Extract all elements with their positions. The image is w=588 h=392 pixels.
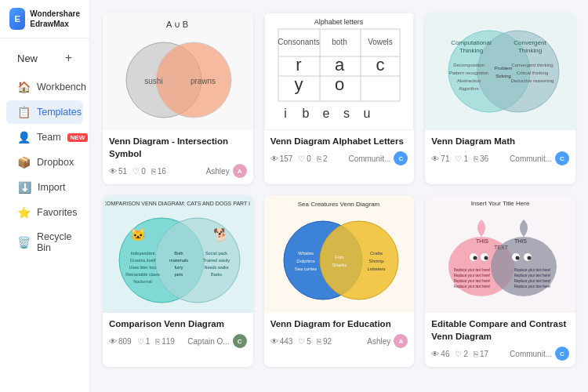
svg-text:THIS: THIS bbox=[514, 238, 527, 244]
sidebar: E Wondershare EdrawMax New + 🏠 Workbench… bbox=[0, 0, 90, 392]
template-card[interactable]: A ∪ B sushi prawns Venn Diagram - Inters… bbox=[103, 13, 253, 184]
svg-text:prawns: prawns bbox=[191, 77, 216, 85]
svg-text:Dolphins: Dolphins bbox=[296, 259, 314, 263]
card-info: Editable Compare and Contrast Venn Diagr… bbox=[425, 313, 575, 367]
team-icon: 👤 bbox=[17, 131, 31, 143]
svg-text:Whales: Whales bbox=[298, 251, 314, 256]
svg-text:🐕: 🐕 bbox=[213, 227, 229, 242]
svg-text:Replace your text here!: Replace your text here! bbox=[453, 285, 490, 289]
copies-stat: ⎘ 2 bbox=[317, 154, 328, 163]
likes-stat: ♡ 0 bbox=[132, 167, 146, 176]
card-info: Venn Diagram for Education 👁 443 ♡ 5 ⎘ 9… bbox=[264, 313, 415, 354]
svg-point-76 bbox=[515, 256, 519, 260]
svg-text:Convergent thinking: Convergent thinking bbox=[511, 63, 553, 67]
card-stats: 👁 443 ♡ 5 ⎘ 92 bbox=[270, 337, 332, 346]
card-meta: 👁 809 ♡ 1 ⎘ 119 Captain O... C bbox=[109, 334, 247, 348]
card-info: Venn Diagram - Intersection Symbol 👁 51 … bbox=[103, 130, 253, 184]
card-thumbnail: COMPARISON VENN DIAGRAM: CATS AND DOGS P… bbox=[103, 195, 253, 313]
views-stat: 👁 46 bbox=[431, 350, 449, 358]
svg-text:Retractable claws: Retractable claws bbox=[126, 272, 161, 277]
logo-icon: E bbox=[9, 8, 25, 30]
svg-text:Vowels: Vowels bbox=[368, 38, 393, 46]
svg-text:Thinking: Thinking bbox=[459, 47, 483, 54]
svg-text:COMPARISON VENN DIAGRAM: CATS : COMPARISON VENN DIAGRAM: CATS AND DOGS P… bbox=[105, 201, 250, 206]
template-card[interactable]: Sea Creatures Venn Diagram Whales Dolphi… bbox=[264, 195, 415, 367]
svg-text:Sea Creatures Venn Diagram: Sea Creatures Venn Diagram bbox=[298, 201, 380, 208]
import-icon: ⬇️ bbox=[17, 181, 31, 194]
card-title: Venn Diagram Math bbox=[431, 135, 569, 147]
svg-text:Abstraction: Abstraction bbox=[457, 78, 481, 83]
likes-stat: ♡ 5 bbox=[298, 337, 311, 346]
svg-text:Grooms itself: Grooms itself bbox=[130, 258, 156, 263]
svg-text:furry: furry bbox=[175, 265, 183, 270]
svg-text:Sharks: Sharks bbox=[332, 263, 347, 267]
sidebar-item-team[interactable]: 👤 Team NEW bbox=[6, 125, 83, 149]
author-name: Ashley bbox=[206, 167, 230, 176]
svg-text:u: u bbox=[364, 107, 371, 120]
sidebar-item-workbench[interactable]: 🏠 Workbench bbox=[6, 75, 83, 99]
svg-text:A ∪ B: A ∪ B bbox=[166, 20, 188, 29]
sidebar-item-import[interactable]: ⬇️ Import bbox=[6, 176, 83, 199]
template-card[interactable]: Computational Thinking Convergent Thinki… bbox=[425, 13, 575, 184]
svg-text:Social pack: Social pack bbox=[205, 251, 227, 256]
card-thumbnail: Alphabet letters r a c y o Consonants bo… bbox=[264, 13, 415, 130]
svg-text:Needs walks: Needs walks bbox=[205, 265, 229, 270]
author-name: Communit... bbox=[510, 154, 552, 163]
svg-text:Critical thinking: Critical thinking bbox=[516, 71, 548, 75]
sidebar-item-favorites[interactable]: ⭐ Favorites bbox=[6, 201, 83, 224]
template-card[interactable]: COMPARISON VENN DIAGRAM: CATS AND DOGS P… bbox=[103, 195, 253, 367]
svg-text:Deductive reasoning: Deductive reasoning bbox=[510, 78, 554, 83]
sidebar-item-label: Team bbox=[37, 132, 61, 143]
sidebar-item-recycle[interactable]: 🗑️ Recycle Bin bbox=[6, 226, 83, 259]
svg-text:b: b bbox=[303, 107, 310, 120]
views-stat: 👁 51 bbox=[109, 167, 127, 176]
author-name: Ashley bbox=[367, 337, 390, 346]
svg-text:mammals: mammals bbox=[169, 258, 188, 263]
author-avatar: C bbox=[233, 334, 247, 348]
card-author: Captain O... C bbox=[187, 334, 246, 348]
dropbox-icon: 📦 bbox=[17, 156, 31, 169]
svg-text:Solving: Solving bbox=[495, 74, 511, 78]
author-name: Communit... bbox=[510, 350, 552, 358]
svg-text:Thinking: Thinking bbox=[518, 47, 542, 54]
card-author: Communit... C bbox=[510, 347, 569, 361]
svg-text:both: both bbox=[332, 38, 347, 46]
copies-stat: ⎘ 36 bbox=[474, 154, 488, 163]
svg-text:Consonants: Consonants bbox=[278, 38, 319, 46]
svg-text:Decomposition: Decomposition bbox=[453, 63, 485, 67]
card-meta: 👁 71 ♡ 1 ⎘ 36 Communit... C bbox=[431, 151, 569, 165]
card-author: Communit... C bbox=[510, 151, 569, 165]
copies-stat: ⎘ 119 bbox=[155, 337, 175, 346]
svg-text:Insert Your Title Here: Insert Your Title Here bbox=[470, 200, 529, 207]
sidebar-item-dropbox[interactable]: 📦 Dropbox bbox=[6, 151, 83, 174]
author-name: Communit... bbox=[348, 154, 390, 163]
svg-text:🐱: 🐱 bbox=[130, 227, 146, 242]
card-title: Comparison Venn Diagram bbox=[109, 318, 247, 330]
svg-text:Nocturnal: Nocturnal bbox=[134, 279, 153, 284]
views-stat: 👁 71 bbox=[431, 154, 449, 163]
views-stat: 👁 809 bbox=[109, 337, 132, 346]
card-title: Venn Diagram Alphabet Letters bbox=[270, 135, 408, 147]
card-stats: 👁 51 ♡ 0 ⎘ 16 bbox=[109, 167, 166, 176]
card-stats: 👁 46 ♡ 2 ⎘ 17 bbox=[431, 350, 488, 358]
sidebar-item-label: Workbench bbox=[37, 82, 86, 93]
author-avatar: C bbox=[394, 151, 408, 165]
new-button[interactable]: New + bbox=[6, 45, 83, 71]
card-author: Ashley A bbox=[206, 164, 247, 178]
sidebar-item-templates[interactable]: 📋 Templates bbox=[6, 100, 83, 124]
svg-text:Crabs: Crabs bbox=[370, 251, 383, 256]
author-name: Captain O... bbox=[187, 337, 229, 346]
author-avatar: A bbox=[233, 164, 247, 178]
template-card[interactable]: Alphabet letters r a c y o Consonants bo… bbox=[264, 13, 415, 184]
card-title: Venn Diagram - Intersection Symbol bbox=[109, 135, 247, 160]
card-meta: 👁 157 ♡ 0 ⎘ 2 Communit... C bbox=[270, 151, 408, 165]
card-meta: 👁 46 ♡ 2 ⎘ 17 Communit... C bbox=[431, 347, 569, 361]
logo-text: Wondershare EdrawMax bbox=[30, 9, 80, 29]
copies-stat: ⎘ 16 bbox=[151, 167, 166, 176]
card-stats: 👁 809 ♡ 1 ⎘ 119 bbox=[109, 337, 175, 346]
svg-text:Replace your text here!: Replace your text here! bbox=[514, 268, 550, 272]
card-info: Venn Diagram Alphabet Letters 👁 157 ♡ 0 … bbox=[264, 130, 415, 172]
svg-text:y: y bbox=[294, 74, 303, 94]
author-avatar: C bbox=[555, 347, 569, 361]
template-card[interactable]: Insert Your Title Here bbox=[425, 195, 575, 367]
